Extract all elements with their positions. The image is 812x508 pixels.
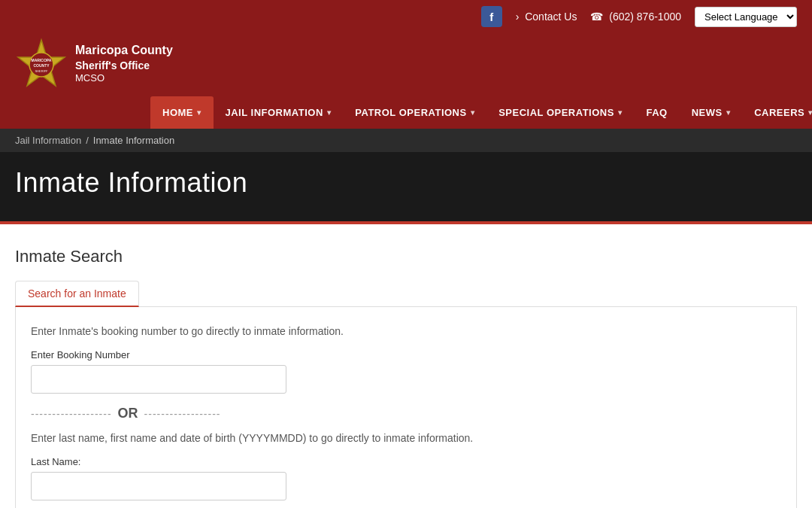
header-top-bar: f › Contact Us ☎ (602) 876-1000 Select L… (0, 0, 812, 33)
tabs-container: Search for an Inmate (15, 280, 797, 307)
breadcrumb-parent[interactable]: Jail Information (15, 135, 81, 146)
booking-description: Enter Inmate's booking number to go dire… (31, 325, 781, 337)
breadcrumb-separator: / (86, 135, 89, 146)
nav-label-careers: CAREERS (754, 107, 804, 118)
nav-item-special-operations[interactable]: SPECIAL OPERATIONS ▾ (486, 96, 634, 129)
nav-label-faq: FAQ (646, 107, 667, 118)
svg-text:SHERIFF: SHERIFF (35, 69, 48, 73)
last-name-input[interactable] (31, 472, 286, 500)
contact-label: Contact Us (525, 11, 577, 23)
or-left-dashes: ------------------- (31, 408, 112, 420)
nav-arrow-news: ▾ (726, 108, 731, 117)
nav-label-patrol: PATROL OPERATIONS (355, 107, 466, 118)
page-title: Inmate Information (15, 167, 797, 199)
nav-item-careers[interactable]: CAREERS ▾ (742, 96, 812, 129)
phone-icon: ☎ (590, 11, 603, 23)
org-subtitle: Sheriff's Office (75, 59, 173, 72)
nav-arrow-patrol: ▾ (471, 108, 475, 117)
or-text: OR (118, 406, 138, 421)
or-divider: ------------------- OR -----------------… (31, 406, 781, 421)
section-title: Inmate Search (15, 247, 797, 266)
svg-text:COUNTY: COUNTY (33, 63, 50, 68)
breadcrumb: Jail Information / Inmate Information (0, 129, 812, 152)
nav-label-news: NEWS (692, 107, 723, 118)
phone-number: ☎ (602) 876-1000 (590, 11, 681, 23)
nav-arrow-special: ▾ (618, 108, 623, 117)
facebook-icon[interactable]: f (481, 6, 502, 27)
last-name-label: Last Name: (31, 456, 781, 467)
booking-number-input[interactable] (31, 365, 286, 394)
nav-item-home[interactable]: HOME ▾ (150, 96, 214, 129)
header-top-links: f › Contact Us ☎ (602) 876-1000 Select L… (481, 6, 797, 27)
breadcrumb-current: Inmate Information (93, 135, 174, 146)
svg-text:MARICOPA: MARICOPA (32, 58, 52, 62)
logo-area[interactable]: MARICOPA COUNTY SHERIFF Maricopa County … (15, 38, 173, 96)
page-title-area: Inmate Information (0, 152, 812, 224)
nav-arrow-jail: ▾ (327, 108, 332, 117)
phone-text: (602) 876-1000 (609, 11, 681, 23)
content-area: Inmate Search Search for an Inmate Enter… (0, 224, 812, 508)
or-right-dashes: ------------------ (144, 408, 221, 420)
search-form: Enter Inmate's booking number to go dire… (15, 307, 797, 508)
nav-arrow-careers: ▾ (808, 108, 812, 117)
or-description: Enter last name, first name and date of … (31, 432, 781, 444)
org-name: Maricopa County (75, 43, 173, 59)
nav-arrow-home: ▾ (197, 108, 201, 117)
contact-link[interactable]: › Contact Us (516, 11, 577, 23)
tab-search-inmate[interactable]: Search for an Inmate (15, 281, 139, 307)
nav-item-news[interactable]: NEWS ▾ (680, 96, 743, 129)
nav-label-special: SPECIAL OPERATIONS (498, 107, 614, 118)
nav-item-patrol-operations[interactable]: PATROL OPERATIONS ▾ (343, 96, 486, 129)
nav-item-jail-information[interactable]: JAIL INFORMATION ▾ (214, 96, 344, 129)
logo-text: Maricopa County Sheriff's Office MCSO (75, 43, 173, 85)
nav-item-faq[interactable]: FAQ (634, 96, 679, 129)
nav-label-jail: JAIL INFORMATION (226, 107, 323, 118)
contact-arrow: › (516, 11, 520, 23)
nav-bar: HOME ▾ JAIL INFORMATION ▾ PATROL OPERATI… (0, 96, 812, 129)
language-select[interactable]: Select Language English Spanish French (695, 7, 797, 27)
badge-icon: MARICOPA COUNTY SHERIFF (15, 38, 68, 90)
booking-label: Enter Booking Number (31, 349, 781, 360)
header-main: MARICOPA COUNTY SHERIFF Maricopa County … (0, 33, 812, 96)
nav-label-home: HOME (162, 107, 193, 118)
org-abbr: MCSO (75, 72, 173, 85)
